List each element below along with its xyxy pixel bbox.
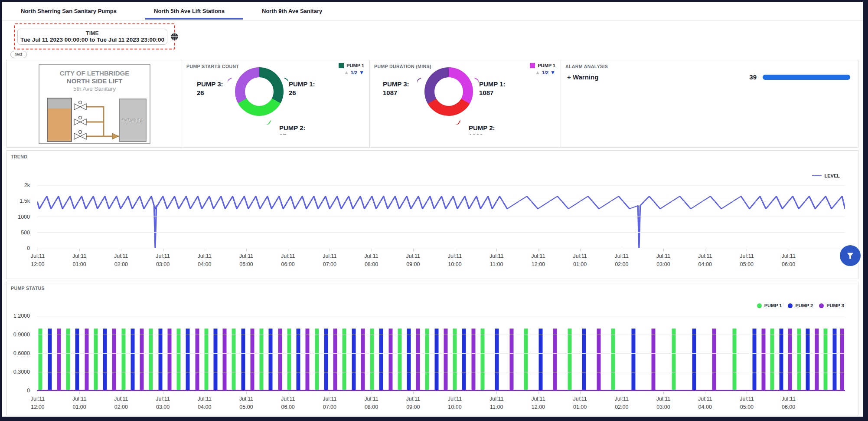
gridline bbox=[37, 185, 845, 186]
x-axis-label: Jul:1109:00 bbox=[406, 252, 420, 269]
x-axis-tick bbox=[455, 249, 455, 251]
pump-2-status-bar bbox=[324, 329, 328, 391]
x-axis-label: Jul:1102:00 bbox=[615, 395, 629, 411]
legend-label: LEVEL bbox=[825, 173, 840, 178]
pump-2-status-bar bbox=[495, 329, 499, 391]
trend-plot-area bbox=[37, 185, 845, 248]
pump-3-status-bar bbox=[444, 329, 447, 391]
pump-2-status-bar bbox=[158, 329, 162, 391]
pump-starts-card: PUMP STARTS COUNT PUMP 1 ▲ 1/2 ▼ PUMP 3:… bbox=[182, 60, 370, 148]
pump-3-status-bar bbox=[306, 329, 310, 391]
pager-down-icon[interactable]: ▼ bbox=[550, 69, 555, 76]
tab-north-sherring[interactable]: North Sherring San Sanitary Pumps bbox=[15, 2, 123, 20]
pump-2-status-bar bbox=[692, 329, 696, 391]
level-line-swatch bbox=[812, 175, 822, 176]
callout-value: 1087 bbox=[383, 89, 409, 97]
card-title: TREND bbox=[11, 154, 27, 159]
time-range-box[interactable]: TIME Tue Jul 11 2023 00:00:00 to Tue Jul… bbox=[17, 29, 167, 45]
pump-1-status-bar bbox=[732, 329, 736, 391]
pump-1-status-bar bbox=[177, 329, 181, 391]
filter-fab-button[interactable] bbox=[840, 245, 861, 266]
x-axis-tick bbox=[205, 249, 205, 251]
pump-1-status-bar bbox=[39, 329, 42, 391]
tab-north-9th-ave[interactable]: North 9th Ave Sanitary bbox=[256, 2, 328, 20]
globe-icon[interactable] bbox=[171, 33, 178, 40]
pump-1-status-bar bbox=[121, 329, 125, 391]
pager-up-icon[interactable]: ▲ bbox=[344, 69, 349, 76]
pump-2-status-bar bbox=[186, 329, 190, 391]
pump-1-status-bar bbox=[260, 329, 264, 391]
pump-1-status-bar bbox=[94, 329, 98, 391]
test-tag-chip[interactable]: test bbox=[10, 51, 27, 58]
pump-3-status-bar bbox=[333, 329, 337, 391]
tab-north-5th-ave[interactable]: North 5th Ave Lift Stations bbox=[148, 2, 231, 20]
legend-label: PUMP 2 bbox=[795, 303, 813, 308]
pump-2-status-bar bbox=[434, 329, 438, 391]
x-axis-tick bbox=[622, 391, 622, 394]
pump-2-status-bar bbox=[779, 329, 783, 391]
donut-callout-pump1: PUMP 1: 26 bbox=[289, 80, 315, 97]
diagram-title-line3: 5th Ave Sanitary bbox=[73, 86, 116, 92]
pump-1-status-bar bbox=[770, 329, 774, 391]
gridline bbox=[37, 316, 845, 316]
x-axis-tick bbox=[747, 391, 747, 394]
x-axis-label: Jul:1104:00 bbox=[198, 252, 212, 269]
pump-1-status-bar bbox=[370, 329, 374, 391]
legend-item[interactable]: PUMP 3 bbox=[819, 303, 844, 308]
legend-item[interactable]: PUMP 1 bbox=[530, 63, 555, 68]
y-axis-label: 0.9000 bbox=[13, 332, 30, 338]
x-axis-tick bbox=[330, 249, 330, 251]
x-axis-label: Jul:1103:00 bbox=[656, 252, 670, 269]
callout-label: PUMP 2: bbox=[279, 124, 306, 132]
x-axis-tick bbox=[663, 391, 664, 394]
diagram-title-line1: CITY OF LETHBRIDGE bbox=[60, 69, 130, 77]
x-axis-label: Jul:1108:00 bbox=[364, 252, 378, 269]
gridline bbox=[37, 201, 845, 201]
x-axis-label: Jul:1112:00 bbox=[31, 395, 45, 411]
x-axis-tick bbox=[789, 391, 789, 394]
trend-legend[interactable]: LEVEL bbox=[812, 173, 840, 178]
dashboard-window: North Sherring San Sanitary Pumps North … bbox=[0, 0, 868, 421]
x-axis-label: Jul:1103:00 bbox=[156, 252, 170, 269]
x-axis-label: Jul:1111:00 bbox=[489, 252, 503, 269]
callout-label: PUMP 1: bbox=[479, 80, 506, 89]
pump-status-card: PUMP STATUS PUMP 1PUMP 2PUMP 3 1.20000.9… bbox=[6, 282, 858, 415]
legend-label: PUMP 1 bbox=[538, 63, 555, 68]
pump-3-status-bar bbox=[112, 329, 116, 391]
legend-item[interactable]: PUMP 1 bbox=[757, 303, 782, 308]
time-filter[interactable]: TIME Tue Jul 11 2023 00:00:00 to Tue Jul… bbox=[14, 23, 175, 49]
legend-pager: ▲ 1/2 ▼ bbox=[339, 69, 364, 76]
x-axis-tick bbox=[496, 391, 497, 394]
legend-swatch bbox=[530, 63, 535, 68]
legend-label: PUMP 1 bbox=[764, 303, 782, 308]
pump-2-status-bar bbox=[297, 329, 300, 391]
callout-value-clipped: 27 bbox=[279, 132, 306, 135]
x-axis-label: Jul:1110:00 bbox=[448, 395, 462, 411]
pump-1-status-bar bbox=[149, 329, 153, 391]
pump-1-status-bar bbox=[204, 329, 208, 391]
x-axis-tick bbox=[413, 391, 414, 394]
x-axis-label: Jul:1106:00 bbox=[281, 252, 295, 269]
x-axis-label: Jul:1109:00 bbox=[406, 395, 420, 411]
pager-up-icon[interactable]: ▲ bbox=[535, 69, 540, 76]
leader-line bbox=[226, 77, 234, 85]
pump-status-x-axis: Jul:1112:00Jul:1101:00Jul:1102:00Jul:110… bbox=[37, 391, 845, 415]
alarm-warning-row[interactable]: + Warning 39 bbox=[567, 73, 850, 81]
x-axis-label: Jul:1104:00 bbox=[698, 395, 712, 411]
pager-down-icon[interactable]: ▼ bbox=[359, 69, 364, 76]
legend-item[interactable]: PUMP 1 bbox=[339, 63, 364, 68]
time-filter-title: TIME bbox=[20, 30, 164, 36]
pump-1-status-bar bbox=[425, 329, 429, 391]
x-axis-label: Jul:1101:00 bbox=[573, 395, 587, 411]
alarm-warning-count: 39 bbox=[749, 73, 757, 81]
x-axis-tick bbox=[747, 249, 747, 251]
pump-2-status-bar bbox=[75, 329, 79, 391]
pump-status-plot-area bbox=[37, 316, 845, 391]
x-axis-tick bbox=[246, 249, 247, 251]
x-axis-tick bbox=[205, 391, 205, 394]
legend-item[interactable]: PUMP 2 bbox=[788, 303, 813, 308]
pump-3-status-bar bbox=[652, 329, 656, 391]
leader-line bbox=[264, 118, 271, 126]
overview-cards-row: CITY OF LETHBRIDGE NORTH SIDE LIFT 5th A… bbox=[6, 60, 858, 148]
trend-x-axis: Jul:1112:00Jul:1101:00Jul:1102:00Jul:110… bbox=[37, 249, 845, 272]
